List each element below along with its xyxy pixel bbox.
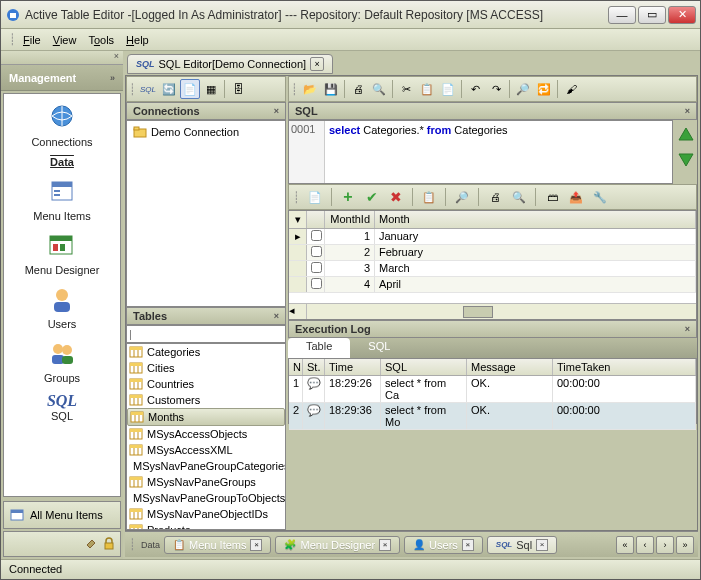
sidebar-item-menudesigner[interactable]: Menu Designer [4, 228, 120, 280]
sql-editor[interactable]: 0001 select Categories.* from Categories [288, 120, 673, 184]
maximize-button[interactable]: ▭ [638, 6, 666, 24]
tb-newdoc-icon[interactable]: 📄 [305, 187, 325, 207]
table-row[interactable]: MSysNavPaneObjectIDs [127, 506, 285, 522]
tab-close-icon[interactable]: × [462, 539, 474, 551]
tab-close-button[interactable]: × [310, 57, 324, 71]
tb-find2-icon[interactable]: 🔎 [452, 187, 472, 207]
grip-icon[interactable]: ┊ [129, 538, 137, 551]
wrench-icon[interactable] [84, 537, 98, 551]
close-button[interactable]: ✕ [668, 6, 696, 24]
tb-tool-icon[interactable]: 🔧 [590, 187, 610, 207]
tb-replace-icon[interactable]: 🔁 [534, 79, 554, 99]
collapse-icon[interactable]: » [110, 73, 115, 83]
table-row[interactable]: MSysNavPaneGroupCategories [127, 458, 285, 474]
tab-close-icon[interactable]: × [536, 539, 548, 551]
bottom-tab-users[interactable]: 👤 Users × [404, 536, 483, 554]
table-row[interactable]: Categories [127, 344, 285, 360]
tb-refresh-icon[interactable]: 🔄 [159, 79, 179, 99]
table-row[interactable]: MSysAccessObjects [127, 426, 285, 442]
tb-format-icon[interactable]: 🖌 [561, 79, 581, 99]
tb-preview-icon[interactable]: 🔍 [369, 79, 389, 99]
nav-first-button[interactable]: « [616, 536, 634, 554]
lock-icon[interactable] [102, 537, 116, 551]
pane-pin-icon[interactable]: × [685, 106, 690, 116]
row-selector[interactable]: ◂ [289, 304, 307, 319]
nav-prev-button[interactable]: ‹ [636, 536, 654, 554]
exec-tab-sql[interactable]: SQL [350, 338, 408, 358]
tb-db-icon[interactable]: 🗃 [542, 187, 562, 207]
tb-open-icon[interactable]: 📂 [300, 79, 320, 99]
bottom-tab-menuitems[interactable]: 📋 Menu Items × [164, 536, 271, 554]
sidebar-item-menuitems[interactable]: Menu Items [4, 174, 120, 226]
tb-save-icon[interactable]: 💾 [321, 79, 341, 99]
grid-corner[interactable]: ▾ [289, 211, 307, 228]
tab-close-icon[interactable]: × [250, 539, 262, 551]
tb-commit-icon[interactable]: ✔ [362, 187, 382, 207]
sidebar-item-sql[interactable]: SQL SQL [4, 390, 120, 426]
log-col-time[interactable]: Time [325, 359, 381, 375]
table-row[interactable]: Months [127, 408, 285, 426]
tb-export-icon[interactable]: 📤 [566, 187, 586, 207]
row-checkbox[interactable] [307, 245, 325, 260]
exec-log-grid[interactable]: N St. Time SQL Message TimeTaken 1💬18:29… [288, 358, 697, 424]
sidebar-footer-all-menu[interactable]: All Menu Items [3, 501, 121, 529]
tb-cut-icon[interactable]: ✂ [396, 79, 416, 99]
log-row[interactable]: 2💬18:29:36select * from MoOK.00:00:00 [289, 403, 696, 430]
grid-row[interactable]: 3March [289, 261, 696, 277]
exec-tab-table[interactable]: Table [288, 338, 350, 358]
menu-tools[interactable]: Tools [82, 34, 120, 46]
sql-code[interactable]: select Categories.* from Categories [325, 121, 672, 183]
results-grid[interactable]: ▾ MonthId Month ▸1January2February3March… [288, 210, 697, 320]
row-indicator[interactable]: ▸ [289, 229, 307, 244]
table-row[interactable]: Customers [127, 392, 285, 408]
tb-add-icon[interactable]: + [338, 187, 358, 207]
log-col-tt[interactable]: TimeTaken [553, 359, 696, 375]
table-row[interactable]: MSysNavPaneGroups [127, 474, 285, 490]
tb-copy-icon[interactable]: 📋 [417, 79, 437, 99]
grip-icon[interactable]: ┊ [293, 191, 301, 204]
hscrollbar-thumb[interactable] [463, 306, 493, 318]
menu-view[interactable]: View [47, 34, 83, 46]
pane-pin-icon[interactable]: × [685, 324, 690, 334]
tb-redo-icon[interactable]: ↷ [486, 79, 506, 99]
grip-icon[interactable]: ┊ [9, 33, 17, 46]
tb-undo-icon[interactable]: ↶ [465, 79, 485, 99]
tb-doc-icon[interactable]: 📄 [180, 79, 200, 99]
grip-icon[interactable]: ┊ [291, 83, 299, 96]
log-col-sql[interactable]: SQL [381, 359, 467, 375]
sidebar-item-groups[interactable]: Groups [4, 336, 120, 388]
connection-item[interactable]: Demo Connection [129, 123, 283, 141]
tb-preview2-icon[interactable]: 🔍 [509, 187, 529, 207]
grid-row[interactable]: 2February [289, 245, 696, 261]
table-row[interactable]: Countries [127, 376, 285, 392]
sidebar-item-users[interactable]: Users [4, 282, 120, 334]
grip-icon[interactable]: ┊ [129, 83, 137, 96]
row-indicator[interactable] [289, 277, 307, 292]
menu-help[interactable]: Help [120, 34, 155, 46]
row-checkbox[interactable] [307, 277, 325, 292]
menu-file[interactable]: File [17, 34, 47, 46]
tb-paste-icon[interactable]: 📄 [438, 79, 458, 99]
grid-col-month[interactable]: Month [375, 211, 696, 228]
tb-dbrefresh-icon[interactable]: 🗄 [228, 79, 248, 99]
row-indicator[interactable] [289, 261, 307, 276]
pane-pin-icon[interactable]: × [274, 106, 279, 116]
bottom-tab-sql[interactable]: SQL Sql × [487, 536, 557, 554]
grid-row[interactable]: 4April [289, 277, 696, 293]
grid-col-monthid[interactable]: MonthId [325, 211, 375, 228]
tb-print-icon[interactable]: 🖨 [348, 79, 368, 99]
minimize-button[interactable]: — [608, 6, 636, 24]
log-col-st[interactable]: St. [303, 359, 325, 375]
tb-copyrow-icon[interactable]: 📋 [419, 187, 439, 207]
row-indicator[interactable] [289, 245, 307, 260]
table-row[interactable]: Products [127, 522, 285, 530]
log-row[interactable]: 1💬18:29:26select * from CaOK.00:00:00 [289, 376, 696, 403]
table-row[interactable]: MSysAccessXML [127, 442, 285, 458]
pane-pin-icon[interactable]: × [274, 311, 279, 321]
panel-close-icon[interactable]: × [114, 51, 119, 64]
table-row[interactable]: Cities [127, 360, 285, 376]
bottom-tab-menudesigner[interactable]: 🧩 Menu Designer × [275, 536, 400, 554]
table-row[interactable]: MSysNavPaneGroupToObjects [127, 490, 285, 506]
tb-delete-icon[interactable]: ✖ [386, 187, 406, 207]
tb-sql-icon[interactable]: SQL [138, 79, 158, 99]
